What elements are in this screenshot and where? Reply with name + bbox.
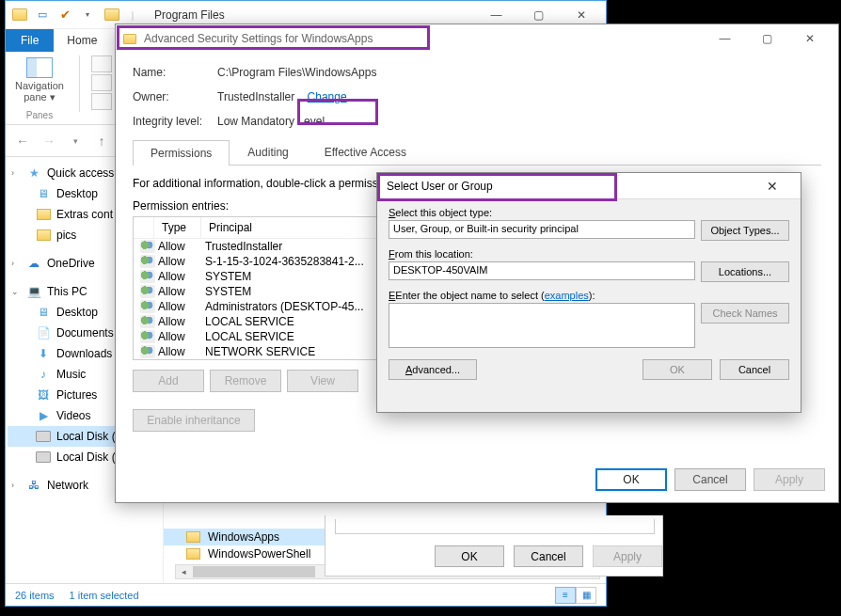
- adv-maximize-button[interactable]: ▢: [746, 25, 788, 52]
- object-types-button[interactable]: Object Types...: [701, 220, 789, 241]
- sidebar-item-label: Downloads: [56, 347, 112, 360]
- details-view-button[interactable]: ≡: [555, 587, 576, 604]
- object-name-input[interactable]: [389, 303, 695, 348]
- adv-close-button[interactable]: ✕: [788, 25, 831, 52]
- integrity-label: Integrity level:: [133, 115, 217, 128]
- adv-tabs: Permissions Auditing Effective Access: [133, 139, 821, 166]
- sidebar-item-label: Desktop: [56, 306, 98, 319]
- folder-icon: [9, 5, 30, 25]
- tab-auditing[interactable]: Auditing: [230, 139, 306, 165]
- star-icon: ★: [26, 166, 41, 181]
- remove-button[interactable]: Remove: [210, 370, 281, 392]
- sidebar-item-label: Network: [47, 479, 88, 492]
- window-title: Program Files: [154, 8, 225, 22]
- enable-inheritance-button[interactable]: Enable inheritance: [133, 409, 255, 432]
- music-icon: ♪: [36, 367, 51, 382]
- videos-icon: ▶: [36, 408, 51, 423]
- adv-ok-button[interactable]: OK: [595, 468, 667, 491]
- users-icon: [140, 315, 155, 328]
- properties-ok-button[interactable]: OK: [435, 545, 504, 567]
- expand-icon[interactable]: ⌄: [11, 287, 21, 296]
- change-owner-link[interactable]: Change: [308, 90, 347, 103]
- forward-button[interactable]: →: [38, 130, 60, 152]
- properties-apply-button[interactable]: Apply: [593, 545, 662, 567]
- expand-icon[interactable]: ›: [11, 168, 21, 178]
- name-value: C:\Program Files\WindowsApps: [217, 66, 376, 79]
- layout-btn-2[interactable]: [91, 74, 112, 91]
- back-button[interactable]: ←: [11, 130, 34, 152]
- adv-cancel-button[interactable]: Cancel: [674, 468, 746, 491]
- check-icon[interactable]: ✔: [55, 5, 75, 25]
- layout-btn-3[interactable]: [91, 93, 112, 110]
- location-field: DESKTOP-450VAIM: [389, 261, 695, 280]
- selu-ok-button[interactable]: OK: [643, 359, 712, 380]
- view-button[interactable]: View: [287, 370, 358, 392]
- perm-type: Allow: [158, 270, 205, 283]
- selu-close-button[interactable]: ✕: [754, 179, 791, 194]
- drive-icon: [36, 450, 51, 465]
- check-names-button[interactable]: Check Names: [701, 303, 789, 324]
- adv-minimize-button[interactable]: ―: [704, 25, 746, 52]
- locations-button[interactable]: Locations...: [701, 261, 789, 282]
- users-icon: [140, 285, 155, 298]
- advanced-button[interactable]: Advanced...: [389, 359, 477, 380]
- perm-type: Allow: [158, 315, 205, 328]
- file-name: WindowsApps: [208, 530, 279, 544]
- sidebar-item-label: Desktop: [56, 187, 98, 200]
- folder-icon: [36, 207, 51, 222]
- sidebar-item-label: This PC: [47, 285, 87, 298]
- title-separator: |: [122, 5, 143, 25]
- adv-title: Advanced Security Settings for WindowsAp…: [144, 32, 373, 45]
- owner-label: Owner:: [133, 90, 217, 103]
- documents-icon: 📄: [36, 325, 51, 340]
- navigation-pane-button[interactable]: Navigation pane ▾: [11, 55, 68, 104]
- downloads-icon: ⬇: [36, 346, 51, 361]
- adv-titlebar: Advanced Security Settings for WindowsAp…: [116, 24, 838, 53]
- enter-name-label: EEnter the object name to select (exampl…: [389, 290, 789, 301]
- add-button[interactable]: Add: [133, 370, 204, 392]
- desktop-icon: 🖥: [36, 305, 51, 320]
- recent-dropdown[interactable]: ▾: [64, 130, 87, 152]
- layout-buttons: [91, 55, 112, 120]
- name-label: Name:: [133, 66, 217, 79]
- properties-cancel-button[interactable]: Cancel: [514, 545, 583, 567]
- expand-icon[interactable]: ›: [11, 259, 21, 268]
- drive-icon: [36, 429, 51, 444]
- properties-icon[interactable]: ▭: [32, 5, 53, 25]
- scroll-thumb[interactable]: [193, 566, 315, 577]
- scroll-left-icon[interactable]: ◂: [176, 567, 191, 577]
- file-name: WindowsPowerShell: [208, 547, 310, 561]
- title-folder-icon: [102, 5, 122, 25]
- col-type[interactable]: Type: [154, 217, 201, 238]
- quick-access-toolbar: ▭ ✔ ▾: [9, 5, 98, 25]
- selection-count: 1 item selected: [70, 590, 139, 601]
- panes-group-label: Panes: [26, 110, 53, 120]
- sidebar-item-label: Documents: [56, 326, 114, 340]
- file-tab[interactable]: File: [6, 29, 54, 52]
- users-icon: [140, 330, 155, 343]
- integrity-value: Low Mandatory Level: [217, 115, 325, 128]
- expand-icon[interactable]: ›: [11, 481, 21, 490]
- home-tab[interactable]: Home: [54, 29, 110, 52]
- selu-cancel-button[interactable]: Cancel: [720, 359, 789, 380]
- location-label: From this location:: [389, 248, 789, 260]
- icons-view-button[interactable]: ▦: [576, 587, 596, 604]
- users-icon: [140, 255, 155, 268]
- examples-link[interactable]: examples: [545, 290, 589, 301]
- adv-folder-icon: [123, 34, 136, 44]
- object-type-field: User, Group, or Built-in security princi…: [389, 220, 695, 239]
- select-user-dialog: Select User or Group ✕ Select this objec…: [376, 172, 801, 413]
- tab-permissions[interactable]: Permissions: [133, 140, 230, 166]
- layout-btn-1[interactable]: [91, 55, 112, 72]
- object-type-label: Select this object type:: [389, 207, 789, 218]
- perm-type: Allow: [158, 330, 205, 343]
- properties-buttons: OK Cancel Apply: [435, 545, 662, 567]
- item-count: 26 items: [15, 590, 55, 601]
- pc-icon: 💻: [26, 284, 41, 299]
- perm-type: Allow: [158, 285, 205, 298]
- qat-dropdown-icon[interactable]: ▾: [77, 5, 98, 25]
- up-button[interactable]: ↑: [90, 130, 113, 152]
- adv-apply-button[interactable]: Apply: [754, 468, 825, 491]
- selu-titlebar: Select User or Group ✕: [377, 173, 801, 199]
- tab-effective-access[interactable]: Effective Access: [307, 139, 424, 165]
